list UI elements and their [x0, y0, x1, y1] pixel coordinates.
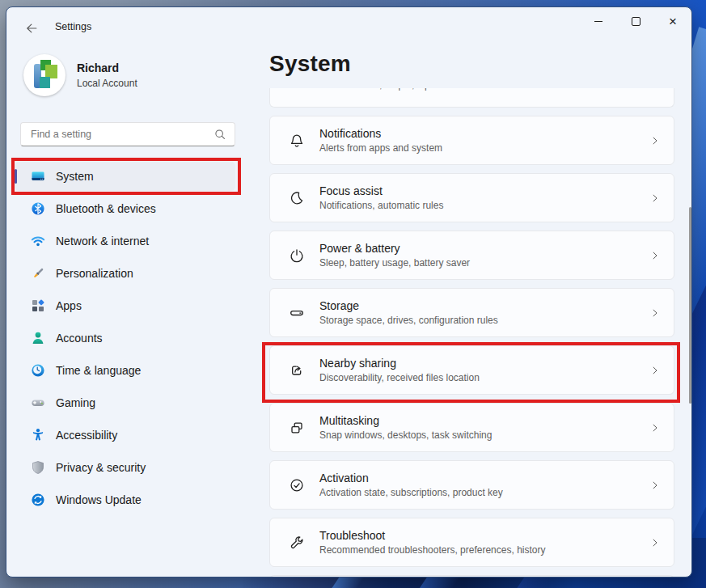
chevron-right-icon [649, 250, 661, 261]
user-name: Richard [77, 61, 137, 74]
sidebar-item-accounts[interactable]: Accounts [15, 324, 235, 353]
settings-card-power-and-battery[interactable]: Power & batterySleep, battery usage, bat… [269, 231, 674, 280]
sidebar-item-gaming[interactable]: Gaming [15, 388, 235, 417]
sidebar-item-label: Network & internet [56, 235, 149, 247]
close-icon: × [669, 15, 677, 28]
storage-icon [289, 305, 305, 321]
caption-buttons: × [580, 7, 691, 35]
focus-assist-icon [289, 190, 305, 206]
gaming-icon [30, 395, 46, 411]
system-icon [30, 168, 46, 184]
notifications-icon [289, 133, 305, 149]
time-language-icon [30, 362, 46, 379]
card-subtitle: Discoverability, received files location [319, 372, 480, 383]
privacy-icon [30, 459, 46, 476]
power-icon [289, 247, 305, 264]
sidebar-item-privacy-and-security[interactable]: Privacy & security [15, 453, 235, 482]
sidebar-item-label: Time & language [56, 364, 141, 377]
card-title: Storage [319, 299, 498, 312]
settings-card-storage[interactable]: StorageStorage space, drives, configurat… [269, 288, 674, 337]
close-button[interactable]: × [654, 7, 691, 35]
sidebar-item-windows-update[interactable]: Windows Update [15, 485, 235, 514]
apps-icon [30, 298, 46, 314]
avatar-logo-shape [40, 77, 50, 88]
settings-card-nearby-sharing[interactable]: Nearby sharingDiscoverability, received … [269, 345, 674, 395]
app-title: Settings [55, 21, 91, 32]
minimize-icon [594, 21, 602, 22]
card-subtitle: Sleep, battery usage, battery saver [319, 257, 470, 269]
sidebar-item-label: System [56, 170, 94, 183]
multitasking-icon [289, 420, 305, 436]
search-box [20, 122, 235, 146]
minimize-button[interactable] [580, 7, 617, 35]
back-arrow-icon [24, 21, 39, 36]
sidebar-item-network-and-internet[interactable]: Network & internet [15, 226, 235, 256]
settings-card-notifications[interactable]: NotificationsAlerts from apps and system [269, 116, 674, 165]
card-subtitle: Activation state, subscriptions, product… [319, 487, 503, 498]
card-title: Notifications [319, 127, 442, 140]
chevron-right-icon [649, 422, 661, 434]
sidebar-item-system[interactable]: System [15, 162, 235, 191]
chevron-right-icon [649, 192, 661, 204]
settings-card-list: Volume levels, output, input Notificatio… [269, 88, 674, 577]
maximize-icon [632, 17, 640, 26]
sidebar-item-label: Accessibility [56, 429, 117, 442]
card-title: Troubleshoot [319, 529, 545, 542]
account-header[interactable]: Richard Local Account [23, 54, 226, 96]
screen: Settings × Richard Local Account [0, 0, 706, 588]
card-title: Activation [319, 472, 503, 484]
card-title: Focus assist [319, 184, 443, 197]
network-icon [30, 233, 46, 249]
search-icon [213, 128, 227, 142]
windows-update-icon [30, 492, 46, 508]
sidebar-item-label: Privacy & security [56, 461, 146, 474]
chevron-right-icon [649, 480, 661, 491]
maximize-button[interactable] [617, 7, 654, 35]
bluetooth-icon [30, 201, 46, 217]
accessibility-icon [30, 427, 46, 443]
clipped-card-sound[interactable]: Volume levels, output, input [269, 88, 674, 108]
card-subtitle: Recommended troubleshooters, preferences… [319, 544, 545, 556]
avatar [23, 54, 66, 96]
chevron-right-icon [649, 135, 661, 146]
troubleshoot-icon [289, 535, 305, 551]
sidebar-item-label: Windows Update [56, 493, 142, 506]
card-subtitle: Notifications, automatic rules [319, 200, 443, 211]
nearby-sharing-icon [289, 362, 305, 379]
accounts-icon [30, 330, 46, 346]
card-title: Multitasking [319, 414, 492, 427]
sidebar-item-time-and-language[interactable]: Time & language [15, 356, 235, 385]
back-button[interactable] [19, 19, 44, 38]
sidebar-item-label: Personalization [56, 267, 133, 280]
scrollbar[interactable] [689, 207, 691, 404]
sidebar-item-apps[interactable]: Apps [15, 291, 235, 320]
sidebar-item-personalization[interactable]: Personalization [15, 259, 235, 288]
settings-card-multitasking[interactable]: MultitaskingSnap windows, desktops, task… [269, 403, 674, 452]
sidebar-item-label: Apps [56, 299, 82, 312]
sidebar-nav: SystemBluetooth & devicesNetwork & inter… [15, 162, 235, 514]
card-subtitle: Snap windows, desktops, task switching [319, 429, 492, 441]
chevron-right-icon [649, 537, 661, 548]
activation-icon [289, 477, 305, 493]
settings-card-focus-assist[interactable]: Focus assistNotifications, automatic rul… [269, 173, 674, 222]
search-input[interactable] [21, 123, 217, 146]
card-title: Power & battery [319, 242, 470, 255]
card-subtitle: Alerts from apps and system [319, 142, 442, 154]
settings-card-troubleshoot[interactable]: TroubleshootRecommended troubleshooters,… [269, 518, 674, 567]
page-title: System [269, 51, 351, 77]
user-account-type: Local Account [77, 78, 137, 89]
chevron-right-icon [649, 307, 661, 319]
settings-window: Settings × Richard Local Account [6, 6, 692, 577]
card-subtitle: Storage space, drives, configuration rul… [319, 315, 498, 326]
sidebar-item-bluetooth-and-devices[interactable]: Bluetooth & devices [15, 194, 235, 223]
chevron-right-icon [649, 365, 661, 376]
clipped-card-subtitle: Volume levels, output, input [319, 88, 438, 91]
card-title: Nearby sharing [319, 357, 480, 370]
sidebar-item-label: Accounts [56, 332, 103, 345]
personalization-icon [30, 265, 46, 281]
settings-card-activation[interactable]: ActivationActivation state, subscription… [269, 460, 674, 510]
sidebar-item-label: Bluetooth & devices [56, 202, 156, 215]
sidebar-item-label: Gaming [56, 396, 95, 409]
sidebar-item-accessibility[interactable]: Accessibility [15, 421, 235, 450]
clipped-card-bottom[interactable] [269, 575, 674, 577]
